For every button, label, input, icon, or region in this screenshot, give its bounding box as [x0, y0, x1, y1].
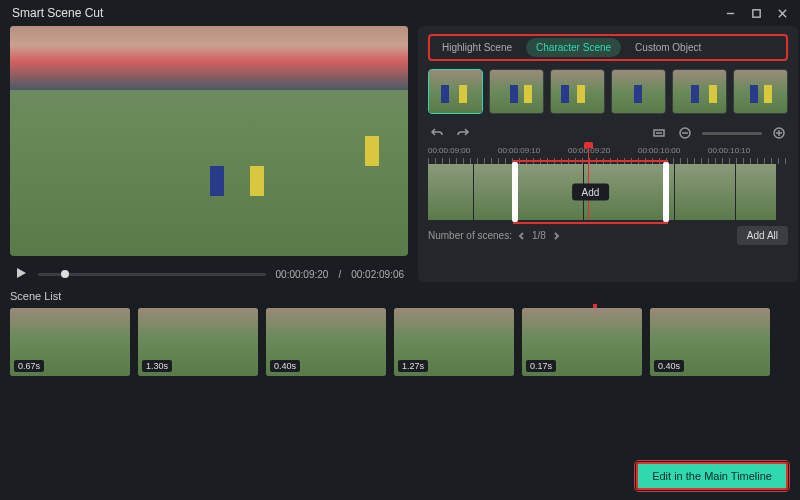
titlebar: Smart Scene Cut — [0, 0, 800, 26]
selection-range[interactable]: Add — [513, 160, 668, 224]
redo-button[interactable] — [454, 124, 472, 142]
svg-rect-0 — [752, 9, 759, 16]
current-time: 00:00:09:20 — [276, 269, 329, 280]
add-all-button[interactable]: Add All — [737, 226, 788, 245]
scene-item[interactable]: 1.27s — [394, 308, 514, 376]
maximize-button[interactable] — [750, 7, 762, 19]
playback-controls: 00:00:09:20 / 00:02:09:06 — [10, 256, 408, 282]
scene-item[interactable]: 1.30s — [138, 308, 258, 376]
page-indicator: 1/8 — [532, 230, 546, 241]
minimize-button[interactable] — [724, 7, 736, 19]
character-thumb[interactable] — [733, 69, 788, 114]
pager-next-icon[interactable] — [552, 232, 560, 240]
add-scene-button[interactable]: Add — [572, 184, 610, 201]
character-thumb[interactable] — [550, 69, 605, 114]
edit-main-timeline-button[interactable]: Edit in the Main Timeline — [636, 462, 788, 490]
tab-custom-object[interactable]: Custom Object — [625, 38, 711, 57]
fit-button[interactable] — [650, 124, 668, 142]
video-preview[interactable] — [10, 26, 408, 256]
tab-character-scene[interactable]: Character Scene — [526, 38, 621, 57]
selection-handle-left[interactable] — [512, 162, 518, 222]
close-button[interactable] — [776, 7, 788, 19]
character-thumb[interactable] — [672, 69, 727, 114]
timeline-track[interactable]: Add — [428, 164, 788, 220]
scene-list-heading: Scene List — [10, 290, 790, 302]
scene-pager: Number of scenes: 1/8 — [428, 230, 560, 241]
zoom-slider[interactable] — [702, 132, 762, 135]
scene-type-tabs: Highlight Scene Character Scene Custom O… — [428, 34, 788, 61]
scene-item[interactable]: 0.67s — [10, 308, 130, 376]
window-controls — [724, 7, 788, 19]
play-button[interactable] — [14, 266, 28, 282]
character-thumbnails — [428, 69, 788, 114]
scenes-count-label: Number of scenes: — [428, 230, 512, 241]
seek-slider[interactable] — [38, 273, 266, 276]
window-title: Smart Scene Cut — [12, 6, 103, 20]
total-time: 00:02:09:06 — [351, 269, 404, 280]
character-thumb[interactable] — [428, 69, 483, 114]
zoom-out-button[interactable] — [676, 124, 694, 142]
character-thumb[interactable] — [489, 69, 544, 114]
zoom-in-button[interactable] — [770, 124, 788, 142]
character-thumb[interactable] — [611, 69, 666, 114]
scene-item[interactable]: 0.40s — [650, 308, 770, 376]
pager-prev-icon[interactable] — [518, 232, 526, 240]
scene-list-panel: Scene List 0.67s 1.30s 0.40s 1.27s 0.17s… — [0, 282, 800, 376]
tab-highlight-scene[interactable]: Highlight Scene — [432, 38, 522, 57]
selection-handle-right[interactable] — [663, 162, 669, 222]
scene-item[interactable]: 0.40s — [266, 308, 386, 376]
timeline-controls — [428, 124, 788, 142]
undo-button[interactable] — [428, 124, 446, 142]
scene-item[interactable]: 0.17s — [522, 308, 642, 376]
